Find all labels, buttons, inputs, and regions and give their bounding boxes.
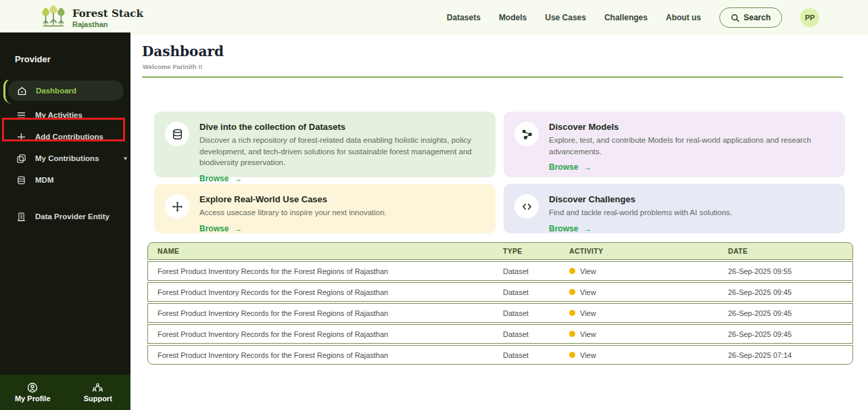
welcome-text: Welcome Parinith !! [143,63,868,70]
sidebar-item-label: Dashboard [36,87,76,95]
my-profile-button[interactable]: My Profile [0,375,66,410]
browse-label: Browse [549,162,578,172]
row-activity: View [580,351,596,359]
list-icon [16,110,26,120]
app-subtitle: Rajasthan [72,20,143,28]
activity-dot [569,289,575,295]
column-date: DATE [728,247,852,255]
row-name: Forest Product Inventory Records for the… [148,309,503,317]
sidebar-item-dashboard[interactable]: Dashboard [8,81,124,101]
arrow-right-icon: → [583,224,592,233]
row-date: 26-Sep-2025 07:14 [728,351,852,359]
feature-cards: Dive into the collection of Datasets Dis… [154,112,845,233]
sidebar-spacer [0,191,130,206]
activity-dot [569,310,575,316]
row-type: Dataset [503,288,569,296]
sidebar-item-label: Add Contributions [35,133,103,141]
activity-dot [569,331,575,337]
recent-activity-table: NAME TYPE ACTIVITY DATE Forest Product I… [147,242,853,365]
card-content: Dive into the collection of Datasets Dis… [199,120,481,169]
column-type: TYPE [503,247,569,255]
sidebar-item-mdm[interactable]: MDM [0,169,130,191]
logo[interactable]: Forest Stack Rajasthan [41,4,143,31]
database-icon [16,175,26,185]
copy-icon [16,153,26,164]
page: Forest Stack Rajasthan Datasets Models U… [0,0,868,410]
browse-link[interactable]: Browse → [199,174,481,183]
top-navigation: Datasets Models Use Cases Challenges Abo… [447,7,868,28]
page-title: Dashboard [142,43,868,60]
divider [142,76,843,78]
logo-text: Forest Stack Rajasthan [72,7,143,28]
browse-link[interactable]: Browse → [549,162,830,172]
activity-dot [569,268,575,274]
search-label: Search [744,13,771,22]
sidebar-menu: Dashboard My Activities Add Contribution… [0,81,130,227]
sidebar-item-label: My Contributions [35,154,99,162]
sidebar-item-my-activities[interactable]: My Activities [0,104,130,126]
sidebar-item-label: My Activities [35,111,82,119]
nav-models[interactable]: Models [499,13,527,22]
row-date: 26-Sep-2025 09:45 [728,288,852,296]
browse-label: Browse [199,174,228,183]
table-header: NAME TYPE ACTIVITY DATE [147,242,853,260]
user-avatar[interactable]: PP [800,8,819,27]
nav-about-us[interactable]: About us [666,13,701,22]
forest-trees-icon [41,4,66,31]
row-activity: View [580,267,596,275]
code-brackets-icon [514,194,539,219]
row-activity: View [580,288,596,296]
row-activity: View [580,309,596,317]
card-models[interactable]: Discover Models Explore, test, and contr… [504,112,845,177]
top-bar: Forest Stack Rajasthan Datasets Models U… [0,0,868,35]
sidebar-section-title: Provider [0,32,130,64]
column-activity: ACTIVITY [569,247,728,255]
table-row[interactable]: Forest Product Inventory Records for the… [147,324,853,344]
plus-cross-icon [165,194,189,219]
sidebar-item-add-contributions[interactable]: Add Contributions [0,126,130,147]
row-date: 26-Sep-2025 09:45 [728,309,852,317]
card-description: Find and tackle real-world problems with… [549,207,732,219]
row-name: Forest Product Inventory Records for the… [148,351,503,359]
support-label: Support [84,394,112,403]
card-content: Explore Real-World Use Cases Access usec… [199,193,387,225]
card-description: Explore, test, and contribute Models for… [549,135,830,157]
card-title: Dive into the collection of Datasets [199,122,481,132]
chevron-down-icon[interactable]: ▼ [123,156,128,162]
browse-link[interactable]: Browse → [549,224,732,233]
card-content: Discover Challenges Find and tackle real… [549,193,732,225]
row-date: 26-Sep-2025 09:45 [728,330,852,338]
home-icon [16,85,27,96]
plus-icon [16,131,26,142]
table-row[interactable]: Forest Product Inventory Records for the… [147,303,853,323]
search-button[interactable]: Search [719,7,782,28]
sidebar-item-my-contributions[interactable]: My Contributions ▼ [0,147,130,169]
search-icon [731,14,740,22]
table-row[interactable]: Forest Product Inventory Records for the… [147,282,853,302]
card-title: Discover Challenges [549,194,732,204]
card-datasets[interactable]: Dive into the collection of Datasets Dis… [154,112,496,177]
row-name: Forest Product Inventory Records for the… [148,288,503,296]
sidebar-item-label: Data Provider Entity [35,212,110,221]
share-nodes-icon [514,122,539,146]
nav-datasets[interactable]: Datasets [447,13,481,22]
my-profile-label: My Profile [15,394,51,403]
table-row[interactable]: Forest Product Inventory Records for the… [147,345,853,365]
support-button[interactable]: Support [66,375,131,410]
activity-dot [569,352,575,358]
card-description: Access usecase library to inspire your n… [199,207,387,219]
people-icon [92,382,103,393]
browse-link[interactable]: Browse → [199,224,387,233]
row-activity: View [580,330,596,338]
row-name: Forest Product Inventory Records for the… [148,330,503,338]
browse-label: Browse [199,224,228,233]
sidebar-item-data-provider-entity[interactable]: Data Provider Entity [0,206,130,227]
nav-use-cases[interactable]: Use Cases [545,13,586,22]
card-use-cases[interactable]: Explore Real-World Use Cases Access usec… [154,184,496,233]
browse-label: Browse [549,224,578,233]
nav-challenges[interactable]: Challenges [604,13,648,22]
card-challenges[interactable]: Discover Challenges Find and tackle real… [504,184,845,233]
row-type: Dataset [503,309,569,317]
table-row[interactable]: Forest Product Inventory Records for the… [147,261,853,281]
person-icon [27,382,38,393]
